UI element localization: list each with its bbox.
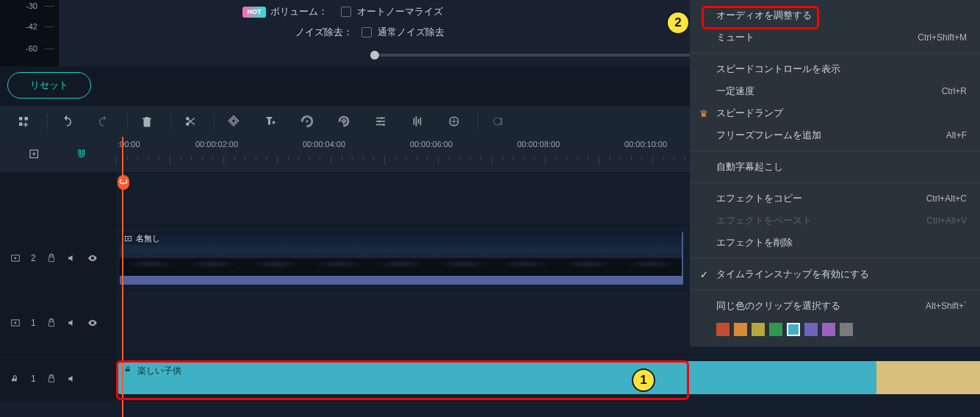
- menu-auto-subtitle[interactable]: 自動字幕起こし: [690, 156, 980, 178]
- audio-clip[interactable]: 楽しい子供: [118, 361, 876, 394]
- menu-speed-ramp[interactable]: ♛スピードランプ: [690, 102, 980, 124]
- speed-icon[interactable]: [331, 108, 357, 135]
- video-track-2-header: 2: [0, 226, 116, 290]
- color-swatch[interactable]: [804, 323, 818, 336]
- level-tick: -30: [26, 1, 37, 10]
- time-tick: 00:00:10:00: [624, 140, 667, 149]
- menu-same-color-clips[interactable]: 同じ色のクリップを選択するAlt+Shift+`: [690, 295, 980, 317]
- split-icon[interactable]: [177, 108, 203, 135]
- add-text-icon[interactable]: [257, 108, 284, 135]
- normal-denoise-checkbox[interactable]: [361, 27, 372, 38]
- svg-point-1: [378, 121, 381, 123]
- time-tick: 00:00:06:00: [410, 140, 453, 149]
- lock-icon[interactable]: [46, 318, 57, 328]
- visibility-icon[interactable]: [87, 253, 98, 263]
- time-tick: 00:00:04:00: [303, 140, 345, 149]
- audio-track-1-header: 1: [0, 355, 116, 402]
- volume-label: ボリューム：: [270, 5, 328, 18]
- level-tick: -42: [26, 22, 37, 31]
- playhead[interactable]: [122, 137, 123, 417]
- tag-icon[interactable]: [220, 108, 247, 135]
- reset-button[interactable]: リセット: [7, 72, 91, 99]
- color-swatch[interactable]: [769, 323, 782, 336]
- record-icon[interactable]: [484, 108, 511, 135]
- magnet-icon[interactable]: [68, 141, 95, 168]
- video-track-icon: [10, 253, 21, 263]
- adjust-icon[interactable]: [367, 108, 394, 135]
- time-tick: :00:00: [118, 140, 140, 149]
- menu-paste-effects: エフェクトをペーストCtrl+Alt+V: [690, 210, 980, 232]
- video-clip[interactable]: 名無し: [120, 232, 683, 285]
- clip-video-icon: [124, 235, 132, 243]
- track-number: 1: [31, 318, 36, 328]
- audio-track-icon: [10, 374, 21, 384]
- auto-normalize-label: オートノーマライズ: [357, 5, 443, 18]
- undo-icon[interactable]: [54, 108, 80, 135]
- color-swatch[interactable]: [716, 323, 729, 336]
- mute-icon[interactable]: [67, 318, 77, 328]
- video-track-1-header: 1: [0, 291, 116, 354]
- clip-audio-icon: [124, 365, 133, 374]
- svg-point-0: [381, 117, 383, 119]
- menu-delete-effects[interactable]: エフェクトを削除: [690, 232, 980, 254]
- crop-icon[interactable]: [294, 108, 320, 135]
- color-icon[interactable]: [441, 108, 467, 135]
- add-media-icon[interactable]: [21, 141, 48, 168]
- denoise-label: ノイズ除去：: [242, 26, 353, 39]
- color-swatch[interactable]: [840, 323, 853, 336]
- lock-icon[interactable]: [46, 253, 57, 263]
- track-number: 2: [31, 253, 36, 263]
- callout-2: 2: [666, 11, 690, 35]
- time-tick: 00:00:08:00: [517, 140, 560, 149]
- normal-denoise-label: 通常ノイズ除去: [378, 26, 444, 39]
- track-number: 1: [31, 374, 36, 384]
- level-tick: -60: [26, 44, 37, 53]
- menu-adjust-audio[interactable]: オーディオを調整する: [690, 4, 980, 26]
- clip-context-menu: オーディオを調整する ミュートCtrl+Shift+M スピードコントロールを表…: [690, 0, 980, 346]
- hot-badge: HOT: [242, 7, 266, 18]
- visibility-icon[interactable]: [87, 318, 98, 328]
- track-header-spacer: [0, 173, 116, 225]
- svg-point-2: [383, 124, 385, 126]
- time-tick: 00:00:02:00: [195, 140, 238, 149]
- add-track-icon[interactable]: [10, 108, 37, 135]
- check-icon: ✓: [698, 268, 710, 280]
- delete-icon[interactable]: [134, 108, 160, 135]
- menu-timeline-snap[interactable]: ✓タイムラインスナップを有効にする: [690, 263, 980, 285]
- menu-freeze-frame[interactable]: フリーズフレームを追加Alt+F: [690, 124, 980, 146]
- menu-speed-control[interactable]: スピードコントロールを表示: [690, 58, 980, 80]
- menu-mute[interactable]: ミュートCtrl+Shift+M: [690, 26, 980, 49]
- video-clip-label: 名無し: [136, 233, 160, 244]
- callout-1: 1: [632, 368, 655, 392]
- audio-level-meter: -30 -42 -60: [0, 0, 59, 66]
- menu-uniform-speed[interactable]: 一定速度Ctrl+R: [690, 80, 980, 102]
- mute-icon[interactable]: [67, 253, 77, 263]
- auto-normalize-checkbox[interactable]: [341, 7, 351, 17]
- color-swatch[interactable]: [752, 323, 765, 336]
- audio-clip-label: 楽しい子供: [137, 365, 181, 377]
- redo-icon[interactable]: [90, 108, 117, 135]
- mute-icon[interactable]: [67, 374, 77, 384]
- video-track-icon: [10, 318, 21, 328]
- color-swatch-row: [690, 317, 980, 342]
- color-swatch[interactable]: [822, 323, 835, 336]
- menu-copy-effects[interactable]: エフェクトをコピーCtrl+Alt+C: [690, 188, 980, 210]
- color-swatch[interactable]: [787, 323, 800, 336]
- crown-icon: ♛: [698, 107, 710, 119]
- lock-icon[interactable]: [46, 374, 57, 384]
- audio-icon[interactable]: [404, 108, 430, 135]
- color-swatch[interactable]: [734, 323, 747, 336]
- denoise-slider[interactable]: [375, 54, 720, 57]
